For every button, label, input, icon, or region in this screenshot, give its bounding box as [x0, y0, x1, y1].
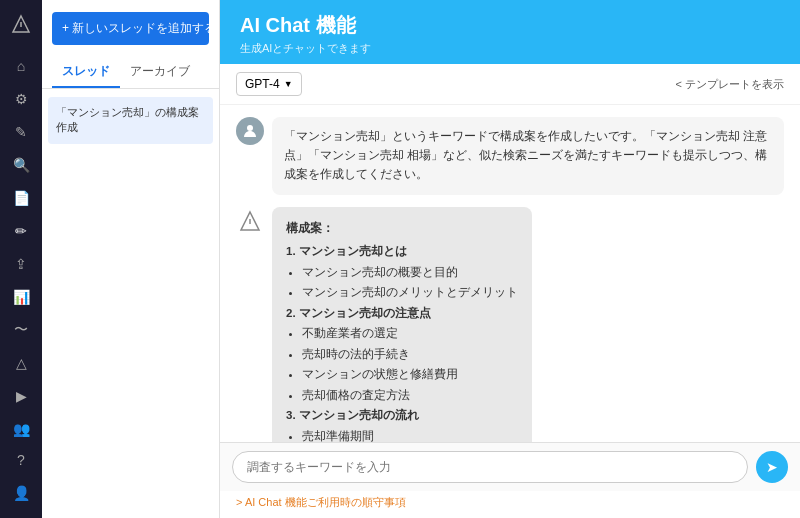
list-item: 売却価格の査定方法	[302, 386, 518, 406]
svg-point-2	[247, 125, 253, 131]
tab-archive[interactable]: アーカイブ	[120, 57, 200, 88]
tab-thread[interactable]: スレッド	[52, 57, 120, 88]
model-selector[interactable]: GPT-4 ▼	[236, 72, 302, 96]
share-icon[interactable]: ⇪	[5, 250, 37, 279]
tabs-row: スレッド アーカイブ	[42, 57, 219, 89]
logo-icon[interactable]	[6, 10, 36, 37]
outline-title: 構成案：	[286, 219, 518, 239]
help-icon[interactable]: ?	[5, 446, 37, 475]
wave-icon[interactable]: 〜	[5, 316, 37, 345]
list-item: マンション売却のメリットとデメリット	[302, 283, 518, 303]
main-content: AI Chat 機能 生成AIとチャットできます GPT-4 ▼ テンプレートを…	[220, 0, 800, 518]
add-thread-button[interactable]: + 新しいスレッドを追加する	[52, 12, 209, 45]
group-icon[interactable]: 👥	[5, 415, 37, 444]
list-item: マンション売却の概要と目的	[302, 263, 518, 283]
thread-item[interactable]: 「マンション売却」の構成案作成	[48, 97, 213, 144]
section-3: 3. マンション売却の流れ 売却準備期間 媒介契約と広告・宣伝 見学や内覧の対応…	[286, 406, 518, 442]
list-item: マンションの状態と修繕費用	[302, 365, 518, 385]
page-title: AI Chat 機能	[240, 12, 780, 39]
section-1-title: 1. マンション売却とは	[286, 245, 407, 257]
section-2-title: 2. マンション売却の注意点	[286, 307, 431, 319]
edit-icon[interactable]: ✎	[5, 117, 37, 146]
section-1: 1. マンション売却とは マンション売却の概要と目的 マンション売却のメリットと…	[286, 242, 518, 303]
user-message-text: 「マンション売却」というキーワードで構成案を作成したいです。「マンション売却 注…	[284, 129, 767, 181]
dropdown-icon: ▼	[284, 79, 293, 89]
ai-message: 構成案： 1. マンション売却とは マンション売却の概要と目的 マンション売却の…	[236, 207, 784, 442]
add-thread-label: + 新しいスレッドを追加する	[62, 20, 216, 37]
pen-icon[interactable]: ✏	[5, 216, 37, 245]
user-bubble: 「マンション売却」というキーワードで構成案を作成したいです。「マンション売却 注…	[272, 117, 784, 195]
person-icon[interactable]: 👤	[5, 479, 37, 508]
send-button[interactable]: ➤	[756, 451, 788, 483]
video-icon[interactable]: ▶	[5, 382, 37, 411]
user-avatar	[236, 117, 264, 145]
notice-link[interactable]: AI Chat 機能ご利用時の順守事項	[220, 491, 800, 518]
ai-bubble: 構成案： 1. マンション売却とは マンション売却の概要と目的 マンション売却の…	[272, 207, 532, 442]
main-header: AI Chat 機能 生成AIとチャットできます	[220, 0, 800, 64]
chart-icon[interactable]: 📊	[5, 283, 37, 312]
list-item: 売却時の法的手続き	[302, 345, 518, 365]
section-2: 2. マンション売却の注意点 不動産業者の選定 売却時の法的手続き マンションの…	[286, 304, 518, 406]
home-icon[interactable]: ⌂	[5, 51, 37, 80]
ai-avatar	[236, 207, 264, 235]
list-item: 不動産業者の選定	[302, 324, 518, 344]
model-label: GPT-4	[245, 77, 280, 91]
chat-area: GPT-4 ▼ テンプレートを表示 「マンション売却」というキーワードで構成案を…	[220, 64, 800, 518]
input-row: ➤	[220, 442, 800, 491]
section-2-list: 不動産業者の選定 売却時の法的手続き マンションの状態と修繕費用 売却価格の査定…	[286, 324, 518, 405]
chat-input[interactable]	[232, 451, 748, 483]
user-message: 「マンション売却」というキーワードで構成案を作成したいです。「マンション売却 注…	[236, 117, 784, 195]
template-link[interactable]: テンプレートを表示	[676, 77, 784, 92]
model-row: GPT-4 ▼ テンプレートを表示	[220, 64, 800, 105]
search-icon[interactable]: 🔍	[5, 150, 37, 179]
settings-icon[interactable]: ⚙	[5, 84, 37, 113]
list-item: 売却準備期間	[302, 427, 518, 442]
messages-container: 「マンション売却」というキーワードで構成案を作成したいです。「マンション売却 注…	[220, 105, 800, 442]
section-3-title: 3. マンション売却の流れ	[286, 409, 419, 421]
page-subtitle: 生成AIとチャットできます	[240, 41, 780, 56]
thread-list: 「マンション売却」の構成案作成	[42, 89, 219, 518]
section-1-list: マンション売却の概要と目的 マンション売却のメリットとデメリット	[286, 263, 518, 303]
mountain-icon[interactable]: △	[5, 349, 37, 378]
outline-content: 1. マンション売却とは マンション売却の概要と目的 マンション売却のメリットと…	[286, 242, 518, 442]
left-panel: + 新しいスレッドを追加する スレッド アーカイブ 「マンション売却」の構成案作…	[42, 0, 220, 518]
sidebar-narrow: ⌂ ⚙ ✎ 🔍 📄 ✏ ⇪ 📊 〜 △ ▶ 👥 ? 👤	[0, 0, 42, 518]
document-icon[interactable]: 📄	[5, 183, 37, 212]
section-3-list: 売却準備期間 媒介契約と広告・宣伝 見学や内覧の対応 価格交渉と売買契約締結 売…	[286, 427, 518, 442]
send-icon: ➤	[766, 459, 778, 475]
